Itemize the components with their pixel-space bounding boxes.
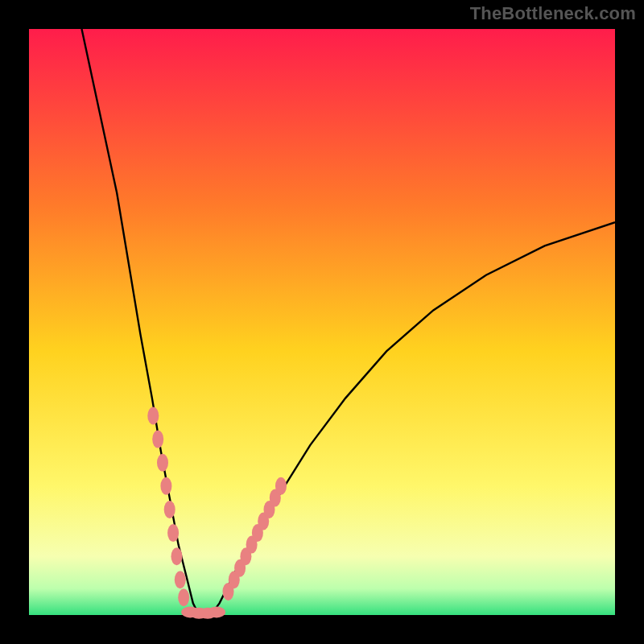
highlight-dot bbox=[152, 431, 163, 448]
highlight-dot bbox=[157, 454, 168, 472]
highlight-dot bbox=[164, 501, 175, 518]
highlight-dot bbox=[178, 588, 189, 606]
highlight-dot bbox=[160, 477, 171, 495]
highlight-dot bbox=[167, 524, 179, 542]
bottleneck-chart bbox=[0, 0, 644, 644]
highlight-dot bbox=[147, 407, 159, 425]
highlight-dot bbox=[175, 571, 186, 588]
highlight-dot bbox=[275, 477, 287, 495]
highlight-dot bbox=[171, 547, 183, 565]
plot-background bbox=[29, 29, 615, 615]
highlight-dot bbox=[208, 606, 225, 617]
chart-stage: TheBottleneck.com bbox=[0, 0, 644, 644]
